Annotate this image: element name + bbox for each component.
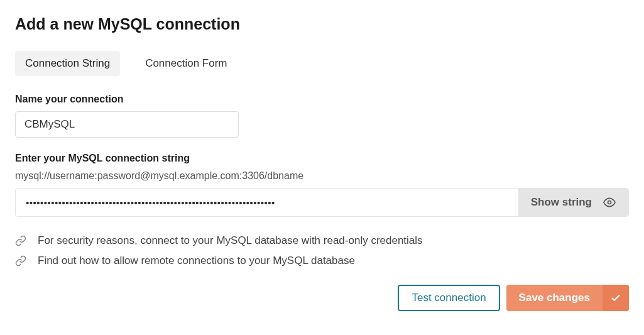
test-connection-button[interactable]: Test connection [398,285,499,311]
connection-string-label: Enter your MySQL connection string [15,153,629,164]
help-link-remote[interactable]: Find out how to allow remote connections… [15,255,629,267]
show-string-label: Show string [531,196,592,209]
tab-connection-string[interactable]: Connection String [15,51,120,76]
show-string-button[interactable]: Show string [518,189,628,216]
link-icon [15,235,26,246]
help-link-read-only-text: For security reasons, connect to your My… [38,234,423,247]
link-icon [15,255,26,266]
name-field-label: Name your connection [15,94,629,105]
help-link-read-only[interactable]: For security reasons, connect to your My… [15,234,629,247]
name-input[interactable] [15,111,239,138]
help-link-remote-text: Find out how to allow remote connections… [38,255,355,267]
check-icon [610,292,621,304]
tabs: Connection String Connection Form [15,51,629,76]
tab-connection-form[interactable]: Connection Form [135,51,237,76]
help-links: For security reasons, connect to your My… [15,234,629,267]
connection-string-hint: mysql://username:password@mysql.example.… [15,170,629,182]
page-title: Add a new MySQL connection [15,15,629,33]
save-changes-label: Save changes [506,292,603,304]
eye-icon [603,196,616,209]
actions-row: Test connection Save changes [15,285,629,311]
connection-string-row: ••••••••••••••••••••••••••••••••••••••••… [15,188,629,217]
connection-string-input[interactable]: ••••••••••••••••••••••••••••••••••••••••… [16,189,518,216]
save-changes-check [603,285,629,311]
name-field-group: Name your connection [15,94,629,138]
connection-string-group: Enter your MySQL connection string mysql… [15,153,629,217]
svg-point-0 [608,201,611,204]
save-changes-button[interactable]: Save changes [506,285,629,311]
